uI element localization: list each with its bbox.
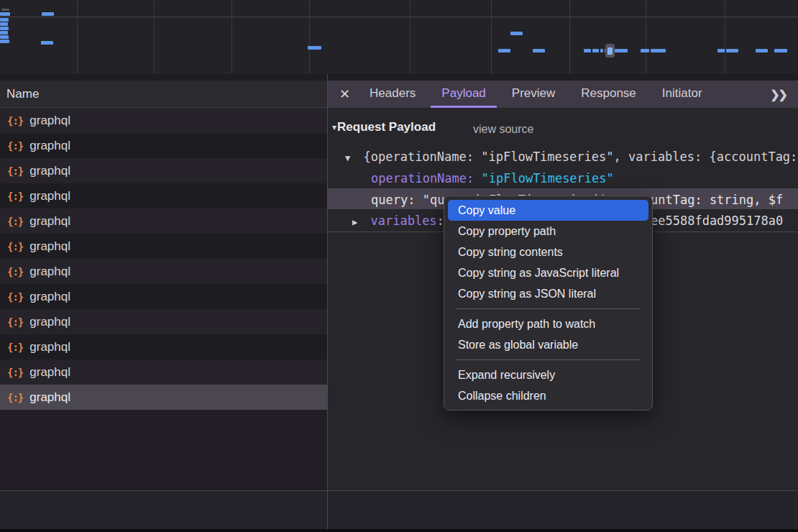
network-activity-bar bbox=[533, 49, 545, 52]
network-activity-bar bbox=[308, 46, 321, 50]
tab-preview[interactable]: Preview bbox=[501, 81, 566, 108]
json-braces-icon: {:} bbox=[7, 341, 23, 353]
panel-divider[interactable] bbox=[327, 74, 328, 529]
menu-item-copy-string-as-javascript-literal[interactable]: Copy string as JavaScript literal bbox=[448, 262, 648, 283]
timeline-gridline bbox=[646, 0, 646, 74]
network-activity-bar bbox=[0, 18, 9, 22]
view-source-link[interactable]: view source bbox=[473, 121, 533, 137]
network-activity-bar bbox=[600, 49, 603, 52]
request-name: graphql bbox=[29, 239, 70, 254]
network-activity-bar-gray bbox=[1, 9, 9, 11]
request-row[interactable]: {:}graphql bbox=[0, 259, 327, 284]
menu-item-copy-property-path[interactable]: Copy property path bbox=[448, 221, 648, 242]
menu-item-copy-string-contents[interactable]: Copy string contents bbox=[448, 242, 648, 262]
request-row[interactable]: {:}graphql bbox=[0, 385, 327, 410]
menu-separator bbox=[456, 359, 641, 360]
menu-item-store-as-global-variable[interactable]: Store as global variable bbox=[448, 334, 648, 355]
network-activity-bar bbox=[498, 49, 510, 52]
tab-initiator[interactable]: Initiator bbox=[651, 81, 713, 108]
name-column-label: Name bbox=[6, 87, 39, 101]
network-activity-bar bbox=[592, 49, 599, 52]
section-collapse-icon[interactable]: ▾ bbox=[332, 122, 336, 132]
network-activity-bar bbox=[0, 35, 9, 39]
json-braces-icon: {:} bbox=[7, 115, 23, 127]
network-activity-bar bbox=[510, 32, 523, 35]
network-activity-bar bbox=[651, 49, 666, 52]
json-braces-icon: {:} bbox=[7, 191, 23, 202]
json-braces-icon: {:} bbox=[7, 241, 23, 252]
json-braces-icon: {:} bbox=[7, 316, 23, 328]
payload-root-row[interactable]: ▼ {operationName: "ipFlowTimeseries", va… bbox=[345, 149, 798, 166]
request-row[interactable]: {:}graphql bbox=[0, 309, 327, 334]
json-braces-icon: {:} bbox=[7, 140, 23, 152]
json-braces-icon: {:} bbox=[7, 392, 23, 403]
property-key: query: bbox=[371, 193, 415, 207]
property-key: operationName: bbox=[371, 171, 474, 185]
timeline-gridline bbox=[410, 0, 411, 74]
network-activity-bar bbox=[726, 49, 738, 52]
json-braces-icon: {:} bbox=[7, 216, 23, 227]
selected-request-bar bbox=[607, 47, 613, 55]
property-key: variables bbox=[370, 214, 436, 228]
request-name: graphql bbox=[29, 189, 70, 203]
request-row[interactable]: {:}graphql bbox=[0, 108, 327, 133]
network-activity-bar bbox=[717, 49, 725, 52]
network-activity-bar bbox=[0, 27, 9, 30]
menu-item-expand-recursively[interactable]: Expand recursively bbox=[448, 364, 648, 385]
operation-name-row[interactable]: operationName: "ipFlowTimeseries" bbox=[371, 170, 614, 186]
tab-response[interactable]: Response bbox=[570, 81, 647, 108]
tab-headers[interactable]: Headers bbox=[359, 81, 426, 108]
request-row[interactable]: {:}graphql bbox=[0, 158, 327, 183]
detail-tab-bar: ✕ HeadersPayloadPreviewResponseInitiator… bbox=[328, 81, 798, 108]
close-icon[interactable]: ✕ bbox=[339, 81, 350, 108]
timeline-gridline bbox=[569, 0, 570, 74]
request-name: graphql bbox=[29, 365, 70, 380]
more-tabs-icon[interactable]: ❯❯ bbox=[770, 81, 786, 108]
request-row[interactable]: {:}graphql bbox=[0, 284, 327, 309]
timeline-gridline bbox=[231, 0, 232, 74]
network-activity-bar bbox=[42, 12, 54, 16]
request-row[interactable]: {:}graphql bbox=[0, 183, 327, 208]
request-list-empty-area bbox=[0, 410, 327, 490]
network-activity-bar bbox=[0, 31, 8, 35]
name-column-header[interactable]: Name bbox=[0, 81, 327, 108]
expand-triangle-icon[interactable]: ▼ bbox=[345, 153, 350, 163]
devtools-network-panel: Name {:}graphql{:}graphql{:}graphql{:}gr… bbox=[0, 0, 798, 532]
tab-payload[interactable]: Payload bbox=[431, 81, 496, 108]
network-overview[interactable] bbox=[0, 0, 798, 75]
request-row[interactable]: {:}graphql bbox=[0, 359, 327, 385]
network-activity-bar bbox=[0, 40, 9, 43]
json-braces-icon: {:} bbox=[7, 266, 23, 278]
timeline-gridline bbox=[725, 0, 725, 74]
request-payload-section-header[interactable]: ▾Request Payload bbox=[332, 119, 436, 135]
request-row[interactable]: {:}graphql bbox=[0, 208, 327, 234]
selected-request-marker bbox=[605, 44, 615, 58]
network-activity-bar bbox=[41, 41, 53, 45]
status-bar bbox=[0, 490, 798, 529]
request-name: graphql bbox=[29, 164, 70, 178]
request-row[interactable]: {:}graphql bbox=[0, 334, 327, 359]
expand-triangle-icon[interactable]: ▶ bbox=[352, 217, 357, 227]
menu-item-collapse-children[interactable]: Collapse children bbox=[448, 385, 648, 406]
json-braces-icon: {:} bbox=[7, 291, 23, 303]
request-name: graphql bbox=[29, 315, 70, 329]
query-value-clipped: untTag: string, $f bbox=[651, 192, 783, 208]
timeline-gridline bbox=[309, 0, 310, 74]
request-name: graphql bbox=[29, 390, 70, 405]
network-activity-bar bbox=[0, 12, 10, 16]
tab-strip: HeadersPayloadPreviewResponseInitiator bbox=[359, 81, 712, 108]
request-name: graphql bbox=[29, 214, 70, 229]
timeline-gridline bbox=[154, 0, 155, 74]
menu-item-copy-string-as-json-literal[interactable]: Copy string as JSON literal bbox=[448, 283, 648, 304]
request-row[interactable]: {:}graphql bbox=[0, 234, 327, 259]
menu-separator bbox=[456, 308, 641, 309]
json-braces-icon: {:} bbox=[7, 165, 23, 177]
menu-item-copy-value[interactable]: Copy value bbox=[448, 200, 648, 221]
overview-row-divider bbox=[0, 17, 798, 17]
network-activity-bar bbox=[615, 49, 628, 52]
network-activity-bar bbox=[584, 49, 591, 52]
request-row[interactable]: {:}graphql bbox=[0, 133, 327, 158]
request-name: graphql bbox=[29, 139, 70, 153]
request-name: graphql bbox=[29, 114, 70, 128]
menu-item-add-property-path-to-watch[interactable]: Add property path to watch bbox=[448, 313, 648, 334]
